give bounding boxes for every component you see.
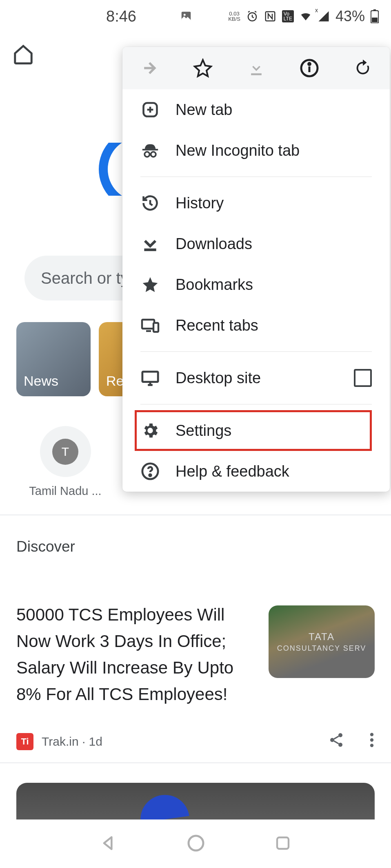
svg-point-7 [338, 733, 342, 738]
menu-history[interactable]: History [122, 183, 390, 223]
shortcut-label: Tamil Nadu ... [29, 484, 102, 498]
menu-divider [140, 351, 372, 352]
nfc-icon [264, 10, 276, 22]
nav-recents-icon[interactable] [274, 835, 291, 853]
svg-point-28 [149, 474, 151, 476]
svg-rect-24 [142, 320, 154, 329]
download-icon[interactable] [246, 57, 267, 79]
menu-help[interactable]: Help & feedback [122, 451, 390, 492]
article-source: Trak.in · 1d [42, 735, 102, 749]
menu-label: History [176, 194, 224, 212]
battery-percent: 43% [335, 8, 365, 25]
reload-icon[interactable] [352, 57, 373, 79]
help-icon [140, 462, 160, 481]
home-icon[interactable] [12, 43, 34, 67]
desktop-icon [140, 368, 160, 388]
downloads-icon [140, 234, 160, 254]
svg-rect-14 [277, 837, 289, 849]
bookmarks-icon [140, 275, 160, 294]
shortcut-avatar: T [40, 426, 91, 477]
system-nav-bar [0, 819, 391, 868]
menu-label: Help & feedback [176, 463, 289, 480]
menu-divider [140, 177, 372, 177]
svg-point-11 [370, 738, 373, 742]
menu-top-actions [122, 47, 390, 89]
menu-label: New tab [176, 101, 232, 119]
screenshot-icon [180, 10, 192, 22]
menu-label: New Incognito tab [176, 142, 300, 159]
overflow-menu: New tab New Incognito tab History Downlo… [122, 47, 390, 492]
menu-label: Recent tabs [176, 317, 258, 334]
category-news[interactable]: News [16, 322, 91, 396]
forward-icon[interactable] [139, 57, 160, 79]
svg-point-18 [309, 63, 311, 65]
info-icon[interactable] [299, 57, 320, 79]
history-icon [140, 193, 160, 213]
svg-point-9 [338, 743, 342, 747]
menu-new-tab[interactable]: New tab [122, 89, 390, 130]
svg-point-12 [370, 744, 373, 747]
article-headline: 50000 TCS Employees Will Now Work 3 Days… [16, 601, 261, 707]
wifi-icon [300, 10, 312, 22]
status-bar: 8:46 0.03KB/S VoLTE x 43% [0, 0, 391, 33]
svg-point-13 [189, 836, 203, 850]
incognito-icon [140, 141, 160, 160]
cellular-icon: x [318, 10, 330, 22]
svg-point-22 [151, 152, 156, 157]
plus-icon [140, 100, 160, 119]
svg-rect-6 [372, 18, 378, 22]
network-speed: 0.03KB/S [228, 11, 240, 22]
article-card[interactable]: 50000 TCS Employees Will Now Work 3 Days… [16, 601, 375, 751]
gear-icon [140, 421, 160, 440]
svg-rect-25 [153, 323, 158, 332]
menu-label: Bookmarks [176, 276, 253, 294]
nav-back-icon[interactable] [100, 834, 118, 854]
menu-bookmarks[interactable]: Bookmarks [122, 264, 390, 305]
volte-icon: VoLTE [282, 10, 294, 22]
svg-rect-15 [251, 73, 262, 75]
devices-icon [140, 316, 160, 335]
divider [0, 515, 391, 515]
svg-point-8 [330, 738, 334, 742]
share-icon[interactable] [328, 732, 344, 751]
menu-incognito[interactable]: New Incognito tab [122, 130, 390, 171]
article-meta: Ti Trak.in · 1d [16, 732, 375, 751]
svg-rect-26 [142, 372, 158, 382]
site-shortcut[interactable]: T Tamil Nadu ... [29, 426, 102, 498]
svg-point-10 [370, 733, 373, 736]
menu-label: Downloads [176, 235, 252, 253]
article-source-icon: Ti [16, 733, 33, 750]
alarm-icon [246, 10, 258, 22]
discover-heading: Discover [16, 538, 75, 555]
svg-rect-20 [142, 149, 158, 150]
menu-recent-tabs[interactable]: Recent tabs [122, 305, 390, 346]
more-vert-icon[interactable] [369, 732, 375, 751]
svg-point-1 [184, 14, 186, 16]
desktop-site-checkbox[interactable] [354, 369, 372, 387]
svg-point-21 [144, 152, 149, 157]
nav-home-icon[interactable] [186, 833, 206, 855]
menu-divider [140, 404, 372, 404]
menu-settings[interactable]: Settings [135, 410, 372, 451]
svg-rect-5 [373, 9, 376, 11]
battery-icon [371, 9, 379, 23]
menu-label: Settings [176, 422, 231, 440]
article-thumbnail[interactable] [16, 783, 375, 819]
article-thumbnail: TATA CONSULTANCY SERV [269, 605, 375, 678]
menu-label: Desktop site [176, 369, 261, 387]
status-time: 8:46 [106, 8, 136, 25]
divider [0, 762, 391, 763]
menu-desktop-site[interactable]: Desktop site [122, 358, 390, 398]
menu-downloads[interactable]: Downloads [122, 223, 390, 264]
star-icon[interactable] [192, 57, 213, 79]
